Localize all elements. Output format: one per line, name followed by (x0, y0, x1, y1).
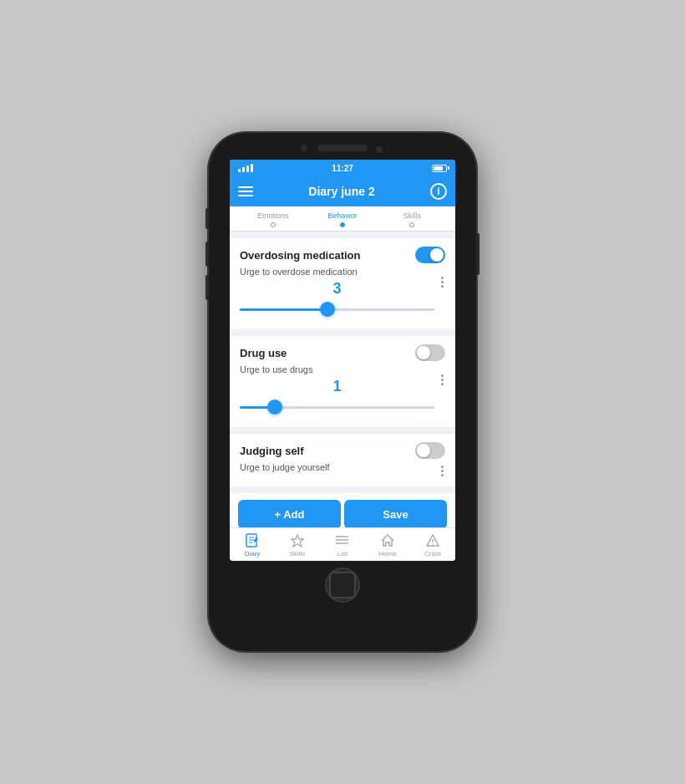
slider-drug-use[interactable] (240, 399, 434, 415)
diary-icon (243, 533, 261, 548)
section-drug-use-row: Drug use Urge to use drugs 1 (240, 344, 445, 419)
section-judging-self-main: Judging self Urge to judge yourself (240, 442, 445, 478)
bottom-nav-bar: Diary Skills (230, 527, 455, 561)
section-drug-use-main: Drug use Urge to use drugs 1 (240, 344, 445, 419)
bottom-tab-diary-label: Diary (245, 550, 261, 557)
top-nav-bar: Diary june 2 i (230, 176, 455, 206)
volume-up-button (206, 242, 209, 267)
svg-point-9 (336, 539, 337, 541)
signal-bar-3 (246, 165, 249, 172)
section-judging-self-header: Judging self (240, 442, 445, 459)
toggle-drug-use-knob (417, 346, 430, 359)
section-overdosing-main: Overdosing medication Urge to overdose m… (240, 247, 445, 321)
status-time: 11:27 (332, 164, 353, 173)
bottom-tab-skills-label: Skills (290, 550, 306, 557)
bottom-tab-diary[interactable]: Diary (230, 532, 275, 559)
phone-device: 11:27 Diary june 2 i Emotions (209, 133, 476, 651)
section-overdosing: Overdosing medication Urge to overdose m… (230, 238, 455, 329)
section-overdosing-sublabel: Urge to overdose medication (240, 267, 434, 277)
menu-line-1 (238, 186, 253, 188)
toggle-judging-self[interactable] (415, 442, 445, 459)
crisis-icon (424, 533, 442, 548)
section-judging-self: Judging self Urge to judge yourself (230, 434, 455, 486)
section-drug-use-title: Drug use (240, 347, 287, 359)
list-icon (333, 533, 352, 548)
slider-overdosing-track (240, 308, 434, 311)
tab-emotions-dot (271, 222, 276, 227)
save-button[interactable]: Save (344, 500, 447, 527)
menu-line-3 (238, 195, 253, 196)
home-icon (378, 533, 397, 548)
section-judging-self-sublabel: Urge to judge yourself (240, 462, 434, 472)
volume-down-button (206, 275, 209, 300)
section-overdosing-header: Overdosing medication (240, 247, 445, 263)
section-drug-use-sublabel: Urge to use drugs (240, 364, 434, 374)
battery-icon (432, 165, 447, 172)
slider-overdosing-fill (240, 308, 327, 311)
menu-button[interactable] (238, 186, 253, 196)
power-button (476, 233, 480, 275)
svg-point-8 (336, 536, 337, 537)
action-buttons-bar: + Add Save (230, 493, 455, 527)
phone-screen: 11:27 Diary june 2 i Emotions (230, 160, 455, 561)
menu-line-2 (238, 191, 253, 192)
tab-bar: Emotions Behavior Skills (230, 206, 455, 232)
toggle-overdosing-knob (430, 248, 444, 262)
section-drug-use-header: Drug use (240, 344, 445, 361)
slider-overdosing[interactable] (240, 301, 434, 318)
signal-bar-4 (251, 164, 253, 172)
tab-skills-dot (409, 222, 414, 227)
tab-emotions-label: Emotions (257, 211, 289, 220)
toggle-overdosing[interactable] (415, 247, 445, 263)
slider-overdosing-thumb (320, 302, 335, 317)
speaker (317, 145, 368, 151)
camera (376, 146, 383, 153)
svg-marker-4 (292, 535, 303, 547)
more-dots-drug-use[interactable] (439, 373, 445, 387)
signal-bar-1 (238, 169, 241, 172)
section-drug-use: Drug use Urge to use drugs 1 (230, 336, 455, 427)
page-title: Diary june 2 (308, 185, 374, 198)
toggle-drug-use[interactable] (415, 344, 445, 361)
section-overdosing-row: Overdosing medication Urge to overdose m… (240, 247, 445, 321)
bottom-tab-skills[interactable]: Skills (275, 532, 320, 559)
section-overdosing-value: 3 (240, 280, 434, 298)
add-button[interactable]: + Add (238, 500, 341, 527)
bottom-tab-home[interactable]: Home (365, 532, 410, 559)
tab-skills[interactable]: Skills (378, 211, 447, 227)
tab-behavior-label: Behavior (327, 211, 358, 220)
tab-behavior-dot (340, 222, 345, 227)
tab-behavior[interactable]: Behavior (307, 211, 377, 227)
section-drug-use-value: 1 (240, 378, 434, 395)
signal-indicator (238, 164, 253, 172)
svg-point-12 (432, 543, 434, 545)
slider-drug-use-track (240, 406, 434, 409)
home-button[interactable] (325, 568, 360, 603)
section-judging-self-title: Judging self (240, 445, 304, 457)
more-dots-overdosing[interactable] (439, 275, 445, 289)
content-area: Overdosing medication Urge to overdose m… (230, 232, 455, 527)
bottom-tab-list-label: List (337, 550, 348, 557)
mute-button (206, 208, 209, 229)
section-judging-self-row: Judging self Urge to judge yourself (240, 442, 445, 478)
toggle-judging-self-knob (417, 444, 430, 457)
tab-skills-label: Skills (403, 211, 421, 220)
skills-icon (288, 533, 307, 548)
signal-bar-2 (242, 167, 245, 172)
bottom-tab-home-label: Home (378, 550, 396, 557)
section-overdosing-title: Overdosing medication (240, 249, 360, 262)
bottom-tab-crisis-label: Crisis (424, 550, 441, 557)
info-button[interactable]: i (430, 183, 447, 200)
bottom-tab-crisis[interactable]: Crisis (410, 532, 455, 559)
svg-point-10 (336, 542, 337, 544)
status-bar: 11:27 (230, 160, 455, 176)
tab-emotions[interactable]: Emotions (238, 211, 307, 227)
more-dots-judging-self[interactable] (439, 464, 445, 478)
slider-drug-use-thumb (267, 400, 282, 415)
bottom-tab-list[interactable]: List (320, 532, 365, 559)
battery-fill (434, 166, 443, 171)
battery-indicator (432, 165, 447, 172)
